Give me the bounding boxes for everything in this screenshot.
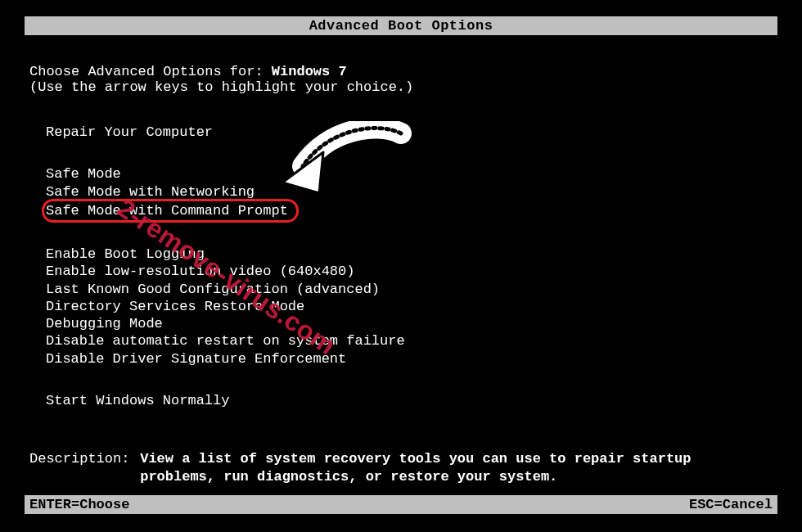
description-block: Description: View a list of system recov… xyxy=(29,450,777,486)
boot-option[interactable]: Start Windows Normally xyxy=(46,392,777,409)
boot-option[interactable]: Disable Driver Signature Enforcement xyxy=(46,350,777,367)
os-name: Windows 7 xyxy=(272,64,347,79)
hint-line: (Use the arrow keys to highlight your ch… xyxy=(29,79,777,95)
highlighted-option[interactable]: Safe Mode with Command Prompt xyxy=(42,199,299,223)
prompt-line: Choose Advanced Options for: Windows 7 xyxy=(29,64,777,79)
option-group: Repair Your Computer xyxy=(46,124,777,141)
footer-right[interactable]: ESC=Cancel xyxy=(689,497,773,512)
boot-option[interactable]: Last Known Good Configuration (advanced) xyxy=(46,281,777,298)
boot-option[interactable]: Directory Services Restore Mode xyxy=(46,298,777,315)
prompt-prefix: Choose Advanced Options for: xyxy=(29,64,272,79)
page-title: Advanced Boot Options xyxy=(25,16,777,35)
boot-option[interactable]: Disable automatic restart on system fail… xyxy=(46,332,777,349)
boot-option[interactable]: Repair Your Computer xyxy=(46,124,777,141)
boot-option[interactable]: Safe Mode with Command Prompt xyxy=(46,201,777,221)
boot-option[interactable]: Debugging Mode xyxy=(46,315,777,332)
description-label: Description: xyxy=(29,450,132,468)
option-group: Start Windows Normally xyxy=(46,392,777,409)
description-text: View a list of system recovery tools you… xyxy=(140,450,746,486)
option-group: Enable Boot LoggingEnable low-resolution… xyxy=(46,246,777,367)
boot-option[interactable]: Safe Mode xyxy=(46,165,777,183)
footer-left[interactable]: ENTER=Choose xyxy=(29,497,129,512)
boot-option[interactable]: Enable low-resolution video (640x480) xyxy=(46,263,777,280)
boot-option[interactable]: Enable Boot Logging xyxy=(46,246,777,263)
option-group: Safe ModeSafe Mode with NetworkingSafe M… xyxy=(46,165,777,221)
footer-bar: ENTER=Choose ESC=Cancel xyxy=(25,495,777,514)
boot-option[interactable]: Safe Mode with Networking xyxy=(46,183,777,201)
